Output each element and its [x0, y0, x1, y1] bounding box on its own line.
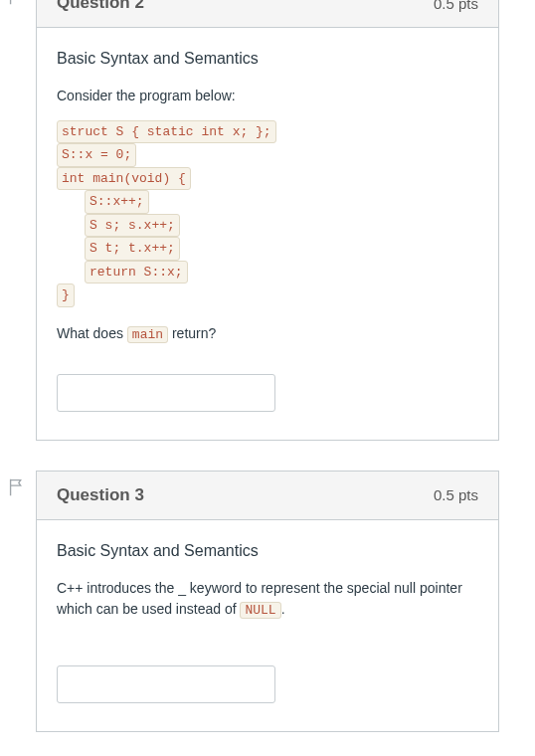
code-line: S::x = 0; [57, 143, 136, 166]
question-body: Basic Syntax and Semantics C++ introduce… [37, 520, 498, 732]
code-line: int main(void) { [57, 167, 191, 190]
prompt-text: C++ introduces the _ keyword to represen… [57, 578, 478, 621]
code-line: S s; s.x++; [85, 214, 180, 237]
flag-icon[interactable] [6, 0, 28, 7]
code-block: struct S { static int x; }; S::x = 0; in… [57, 120, 478, 307]
answer-input[interactable] [57, 665, 275, 703]
code-line: } [57, 284, 75, 306]
question-2-block: Question 2 0.5 pts Basic Syntax and Sema… [36, 0, 499, 441]
code-line: S t; t.x++; [85, 237, 180, 260]
section-heading: Basic Syntax and Semantics [57, 50, 478, 68]
question-title: Question 3 [57, 485, 144, 505]
intro-text: Consider the program below: [57, 86, 478, 106]
inline-code: main [127, 326, 168, 343]
code-line: struct S { static int x; }; [57, 120, 276, 143]
inline-code: NULL [240, 602, 280, 619]
section-heading: Basic Syntax and Semantics [57, 542, 478, 560]
question-points: 0.5 pts [434, 486, 478, 503]
prompt-text: What does main return? [57, 325, 478, 342]
code-line: return S::x; [85, 261, 188, 284]
question-title: Question 2 [57, 0, 144, 13]
text-post: . [281, 601, 285, 617]
answer-input[interactable] [57, 374, 275, 412]
question-header: Question 3 0.5 pts [37, 472, 498, 520]
question-header: Question 2 0.5 pts [37, 0, 498, 28]
question-3-block: Question 3 0.5 pts Basic Syntax and Sema… [36, 471, 499, 733]
prompt-post: return? [168, 325, 216, 341]
flag-icon[interactable] [6, 476, 28, 498]
question-points: 0.5 pts [434, 0, 478, 12]
prompt-pre: What does [57, 325, 127, 341]
code-line: S::x++; [85, 190, 149, 213]
question-body: Basic Syntax and Semantics Consider the … [37, 28, 498, 440]
